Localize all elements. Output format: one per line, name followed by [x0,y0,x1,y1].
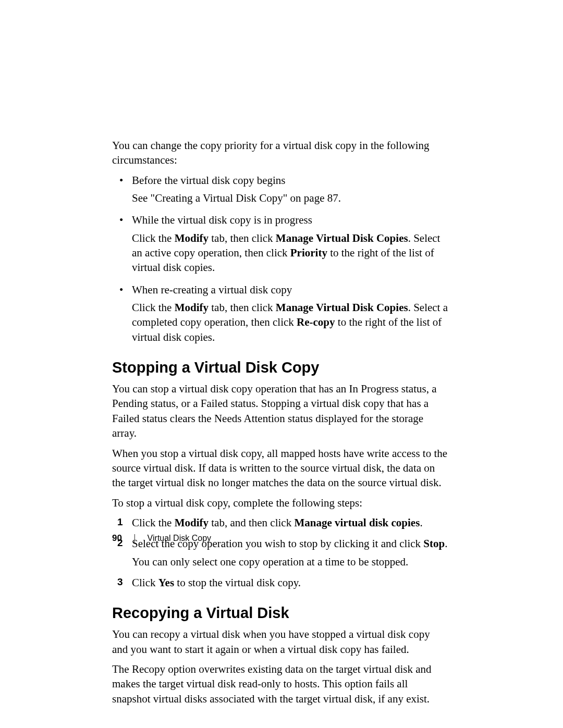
section1-paragraph-2: When you stop a virtual disk copy, all m… [112,446,448,490]
step-number: 1 [117,515,123,529]
bullet-lead-text: When re-creating a virtual disk copy [132,283,292,296]
section-heading-recopying: Recopying a Virtual Disk [112,604,448,622]
bullet-sub-text: Click the Modify tab, then click Manage … [132,231,448,275]
section2-paragraph-2: The Recopy option overwrites existing da… [112,662,448,706]
bullet-lead-text: While the virtual disk copy is in progre… [132,214,312,226]
page-footer: 90 | Virtual Disk Copy [112,533,211,544]
intro-paragraph: You can change the copy priority for a v… [112,138,448,168]
step-3: 3 Click Yes to stop the virtual disk cop… [132,575,448,590]
bullet-sub-text: See "Creating a Virtual Disk Copy" on pa… [132,191,448,205]
section2-paragraph-1: You can recopy a virtual disk when you h… [112,627,448,657]
page-number: 90 [112,533,122,544]
bullet-sub-text: Click the Modify tab, then click Manage … [132,300,448,344]
bullet-list: Before the virtual disk copy begins See … [112,173,448,344]
step-text: Click Yes to stop the virtual disk copy. [132,576,301,589]
step-text: Click the Modify tab, and then click Man… [132,516,423,529]
section1-paragraph-3: To stop a virtual disk copy, complete th… [112,496,448,510]
numbered-steps: 1 Click the Modify tab, and then click M… [112,515,448,590]
section1-paragraph-1: You can stop a virtual disk copy operati… [112,381,448,440]
bullet-item-2: While the virtual disk copy is in progre… [132,213,448,275]
bullet-lead-text: Before the virtual disk copy begins [132,174,286,187]
step-sub-text: You can only select one copy operation a… [132,554,448,569]
step-1: 1 Click the Modify tab, and then click M… [132,515,448,530]
bullet-item-3: When re-creating a virtual disk copy Cli… [132,282,448,344]
document-page: You can change the copy priority for a v… [0,0,563,728]
footer-separator: | [133,533,136,544]
bullet-item-1: Before the virtual disk copy begins See … [132,173,448,206]
section-heading-stopping: Stopping a Virtual Disk Copy [112,359,448,376]
footer-section-name: Virtual Disk Copy [148,534,211,543]
step-number: 3 [117,575,123,589]
